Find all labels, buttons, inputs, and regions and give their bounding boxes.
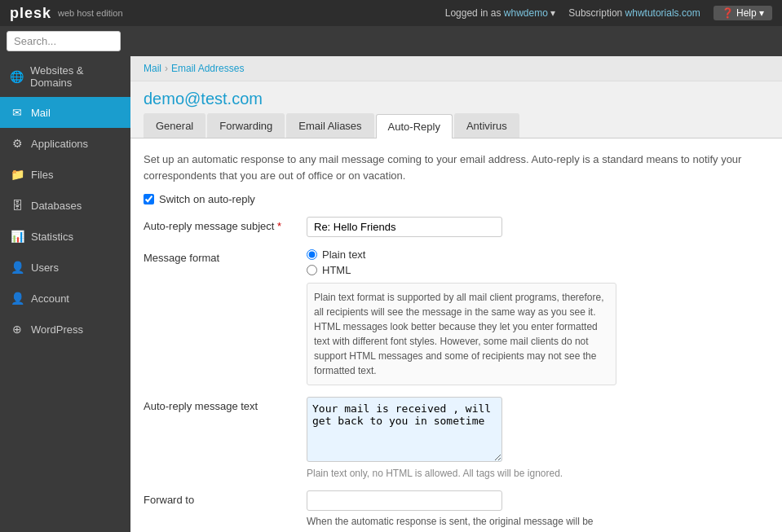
textarea-hint: Plain text only, no HTML is allowed. All… bbox=[307, 468, 769, 479]
search-input[interactable] bbox=[7, 31, 121, 51]
content-area: Mail › Email Addresses demo@test.com Gen… bbox=[130, 56, 782, 532]
edition-label: web host edition bbox=[58, 8, 123, 18]
sidebar-item-databases[interactable]: 🗄 Databases bbox=[0, 190, 130, 221]
tab-general[interactable]: General bbox=[144, 113, 205, 138]
form-description: Set up an automatic response to any mail… bbox=[144, 152, 769, 183]
top-bar-right: Logged in as whwdemo ▾ Subscription whwt… bbox=[445, 6, 772, 20]
main-layout: 🌐 Websites & Domains ✉ Mail ⚙ Applicatio… bbox=[0, 56, 782, 532]
mail-icon: ✉ bbox=[10, 105, 24, 120]
forward-to-control: When the automatic response is sent, the… bbox=[307, 490, 769, 532]
sidebar-item-mail[interactable]: ✉ Mail bbox=[0, 97, 130, 128]
forward-hint: When the automatic response is sent, the… bbox=[307, 514, 616, 532]
sidebar-item-label: WordPress bbox=[31, 323, 83, 336]
switch-on-row: Switch on auto-reply bbox=[144, 193, 769, 205]
databases-icon: 🗄 bbox=[10, 198, 24, 213]
sidebar-item-label: Applications bbox=[31, 138, 88, 150]
username-link[interactable]: whwdemo bbox=[504, 7, 548, 19]
tabs: General Forwarding Email Aliases Auto-Re… bbox=[130, 113, 782, 138]
sidebar-item-wordpress[interactable]: ⊕ WordPress bbox=[0, 314, 130, 345]
subject-label: Auto-reply message subject * bbox=[144, 217, 307, 237]
forward-to-row: Forward to When the automatic response i… bbox=[144, 490, 769, 532]
message-text-row: Auto-reply message text Your mail is rec… bbox=[144, 397, 769, 479]
sidebar-item-label: Users bbox=[31, 262, 59, 274]
help-button[interactable]: ❓ Help ▾ bbox=[714, 6, 772, 20]
tab-auto-reply[interactable]: Auto-Reply bbox=[376, 114, 453, 138]
html-label: HTML bbox=[322, 264, 351, 276]
sidebar: 🌐 Websites & Domains ✉ Mail ⚙ Applicatio… bbox=[0, 56, 130, 532]
message-text-label: Auto-reply message text bbox=[144, 397, 307, 479]
subscription-link[interactable]: whwtutorials.com bbox=[625, 7, 700, 19]
format-label: Message format bbox=[144, 248, 307, 385]
plain-text-radio-row: Plain text bbox=[307, 248, 769, 261]
account-icon: 👤 bbox=[10, 291, 24, 306]
logo-area: plesk web host edition bbox=[10, 5, 123, 22]
sidebar-item-label: Account bbox=[31, 292, 69, 305]
message-text-control: Your mail is received , will get back to… bbox=[307, 397, 769, 479]
format-row: Message format Plain text HTML Plain tex… bbox=[144, 248, 769, 385]
plain-text-radio[interactable] bbox=[307, 249, 317, 260]
sidebar-item-files[interactable]: 📁 Files bbox=[0, 159, 130, 190]
switch-on-checkbox[interactable] bbox=[144, 194, 154, 204]
sidebar-item-label: Files bbox=[31, 169, 53, 181]
tab-antivirus[interactable]: Antivirus bbox=[454, 113, 519, 138]
top-bar: plesk web host edition Logged in as whwd… bbox=[0, 0, 782, 26]
search-bar bbox=[0, 26, 782, 56]
message-textarea[interactable]: Your mail is received , will get back to… bbox=[307, 397, 502, 462]
wordpress-icon: ⊕ bbox=[10, 322, 24, 336]
format-description: Plain text format is supported by all ma… bbox=[307, 283, 616, 385]
subscription-label: Subscription whwtutorials.com bbox=[568, 7, 700, 19]
breadcrumb-email-addresses-link[interactable]: Email Addresses bbox=[171, 63, 244, 74]
globe-icon: 🌐 bbox=[10, 69, 24, 84]
forward-to-label: Forward to bbox=[144, 490, 307, 532]
tab-email-aliases[interactable]: Email Aliases bbox=[286, 113, 373, 138]
format-radio-group: Plain text HTML bbox=[307, 248, 769, 276]
forward-to-input[interactable] bbox=[307, 490, 502, 511]
subject-control bbox=[307, 217, 769, 237]
form-area: Set up an automatic response to any mail… bbox=[130, 138, 782, 532]
plesk-logo: plesk bbox=[10, 5, 51, 22]
subject-input[interactable] bbox=[307, 217, 502, 237]
sidebar-item-websites-domains[interactable]: 🌐 Websites & Domains bbox=[0, 56, 130, 97]
files-icon: 📁 bbox=[10, 167, 24, 182]
applications-icon: ⚙ bbox=[10, 136, 24, 151]
sidebar-item-users[interactable]: 👤 Users bbox=[0, 252, 130, 283]
switch-on-label: Switch on auto-reply bbox=[159, 193, 255, 205]
breadcrumb-separator: › bbox=[165, 63, 168, 74]
page-title: demo@test.com bbox=[130, 81, 782, 113]
tab-forwarding[interactable]: Forwarding bbox=[207, 113, 285, 138]
sidebar-item-label: Databases bbox=[31, 200, 82, 212]
subject-row: Auto-reply message subject * bbox=[144, 217, 769, 237]
html-radio[interactable] bbox=[307, 265, 317, 275]
subject-required-star: * bbox=[277, 220, 281, 232]
sidebar-item-account[interactable]: 👤 Account bbox=[0, 283, 130, 314]
plain-text-label: Plain text bbox=[322, 248, 365, 261]
html-radio-row: HTML bbox=[307, 264, 769, 276]
sidebar-item-label: Websites & Domains bbox=[30, 64, 121, 89]
sidebar-item-applications[interactable]: ⚙ Applications bbox=[0, 128, 130, 159]
sidebar-item-label: Statistics bbox=[31, 231, 73, 243]
breadcrumb-mail-link[interactable]: Mail bbox=[144, 63, 161, 74]
statistics-icon: 📊 bbox=[10, 229, 24, 244]
format-control: Plain text HTML Plain text format is sup… bbox=[307, 248, 769, 385]
logged-in-label: Logged in as whwdemo ▾ bbox=[445, 7, 555, 19]
users-icon: 👤 bbox=[10, 260, 24, 275]
sidebar-item-label: Mail bbox=[31, 107, 51, 119]
sidebar-item-statistics[interactable]: 📊 Statistics bbox=[0, 221, 130, 252]
breadcrumb: Mail › Email Addresses bbox=[130, 56, 782, 81]
